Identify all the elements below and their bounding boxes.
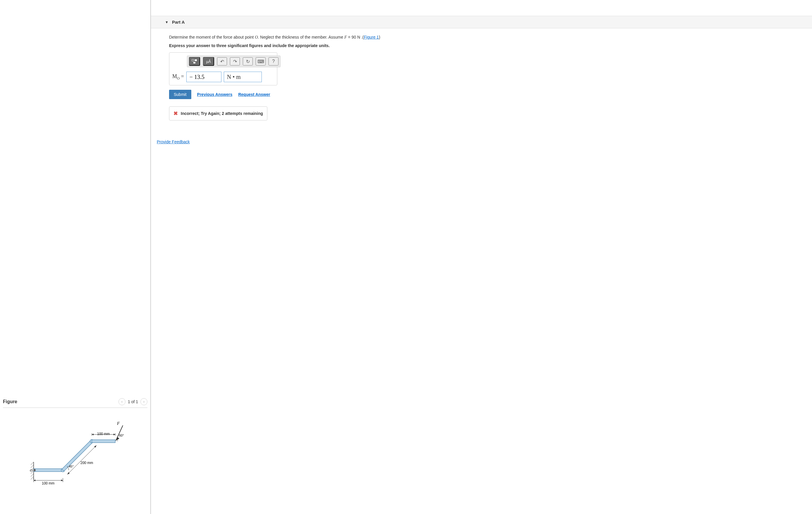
question-var-o: O xyxy=(255,35,258,39)
svg-line-4 xyxy=(31,474,34,477)
diagram-bottom-dim: 100 mm xyxy=(42,481,54,485)
svg-rect-7 xyxy=(34,469,63,472)
keyboard-button[interactable]: ⌨ xyxy=(256,57,266,65)
answer-box: µÅ ↶ ↷ ↻ ⌨ ? xyxy=(169,52,277,85)
answer-label-o: O xyxy=(177,76,180,80)
question-prefix: Determine the moment of the force about … xyxy=(169,35,255,39)
answer-value-input[interactable] xyxy=(186,72,222,82)
diagram-origin-label: O xyxy=(30,468,33,473)
figure-title: Figure xyxy=(3,399,17,404)
submit-button[interactable]: Submit xyxy=(169,90,191,99)
diagram-diag-dim: 200 mm xyxy=(81,461,93,465)
figure-section: Figure ‹ 1 of 1 › xyxy=(3,398,147,491)
part-content: Determine the moment of the force about … xyxy=(151,28,812,126)
redo-button[interactable]: ↷ xyxy=(230,57,240,65)
template-icon xyxy=(192,59,198,64)
undo-icon: ↶ xyxy=(220,59,224,64)
question-eq: = 90 N xyxy=(347,35,360,39)
svg-rect-30 xyxy=(193,62,195,63)
figure-prev-button[interactable]: ‹ xyxy=(118,398,125,405)
chevron-left-icon: ‹ xyxy=(121,400,122,404)
help-icon: ? xyxy=(272,59,275,64)
chevron-right-icon: › xyxy=(143,400,145,404)
request-answer-link[interactable]: Request Answer xyxy=(238,92,270,97)
previous-answers-link[interactable]: Previous Answers xyxy=(197,92,233,97)
redo-icon: ↷ xyxy=(233,59,237,64)
diagram-force-label: F xyxy=(117,421,120,426)
right-panel: ▼ Part A Determine the moment of the for… xyxy=(151,0,812,514)
question-end: ) xyxy=(379,35,380,39)
svg-marker-19 xyxy=(114,433,115,435)
left-panel: Figure ‹ 1 of 1 › xyxy=(0,0,151,514)
submit-row: Submit Previous Answers Request Answer xyxy=(169,90,806,99)
provide-feedback-link[interactable]: Provide Feedback xyxy=(157,140,190,144)
help-button[interactable]: ? xyxy=(268,57,279,65)
diagram-angle-top: 60° xyxy=(119,433,124,437)
svg-rect-29 xyxy=(195,59,197,61)
svg-marker-18 xyxy=(92,433,94,435)
collapse-arrow-icon: ▼ xyxy=(165,20,169,24)
question-text: Determine the moment of the force about … xyxy=(169,34,806,40)
diagram-top-dim: 100 mm xyxy=(97,432,110,436)
instruction-text: Express your answer to three significant… xyxy=(169,43,806,48)
feedback-box: ✖ Incorrect; Try Again; 2 attempts remai… xyxy=(169,107,267,120)
svg-line-5 xyxy=(31,477,34,480)
template-button[interactable] xyxy=(189,57,200,66)
figure-nav: ‹ 1 of 1 › xyxy=(118,398,147,405)
answer-label: MO = xyxy=(172,73,184,81)
svg-marker-27 xyxy=(61,480,63,481)
answer-unit-input[interactable] xyxy=(224,72,262,82)
undo-button[interactable]: ↶ xyxy=(217,57,227,65)
incorrect-icon: ✖ xyxy=(173,110,178,117)
answer-label-m: M xyxy=(172,73,177,79)
part-header[interactable]: ▼ Part A xyxy=(151,16,812,28)
svg-rect-11 xyxy=(92,440,115,443)
question-var-f: F xyxy=(344,35,347,39)
reset-button[interactable]: ↻ xyxy=(243,57,253,65)
figure-diagram: F 100 mm 60° 45° 200 mm 100 mm O xyxy=(3,420,147,491)
answer-toolbar: µÅ ↶ ↷ ↻ ⌨ ? xyxy=(187,56,281,67)
keyboard-icon: ⌨ xyxy=(257,59,264,64)
feedback-text: Incorrect; Try Again; 2 attempts remaini… xyxy=(181,111,263,116)
figure-count: 1 of 1 xyxy=(128,399,138,404)
svg-rect-28 xyxy=(192,59,194,61)
reset-icon: ↻ xyxy=(246,59,250,64)
diagram-angle-bottom: 45° xyxy=(69,464,74,468)
svg-line-13 xyxy=(116,425,123,441)
figure-header: Figure ‹ 1 of 1 › xyxy=(3,398,147,408)
part-title: Part A xyxy=(172,20,185,25)
units-button[interactable]: µÅ xyxy=(203,57,214,66)
question-suffix: .( xyxy=(360,35,364,39)
answer-label-eq: = xyxy=(180,73,184,79)
svg-line-0 xyxy=(31,462,34,465)
answer-row: MO = xyxy=(172,72,274,82)
svg-marker-26 xyxy=(34,480,35,481)
svg-point-12 xyxy=(33,469,36,471)
figure-next-button[interactable]: › xyxy=(140,398,147,405)
question-mid: . Neglect the thickness of the member. A… xyxy=(258,35,345,39)
svg-line-1 xyxy=(31,465,34,468)
svg-rect-9 xyxy=(62,440,93,471)
units-label: µÅ xyxy=(206,59,211,64)
figure-link[interactable]: Figure 1 xyxy=(364,35,379,39)
